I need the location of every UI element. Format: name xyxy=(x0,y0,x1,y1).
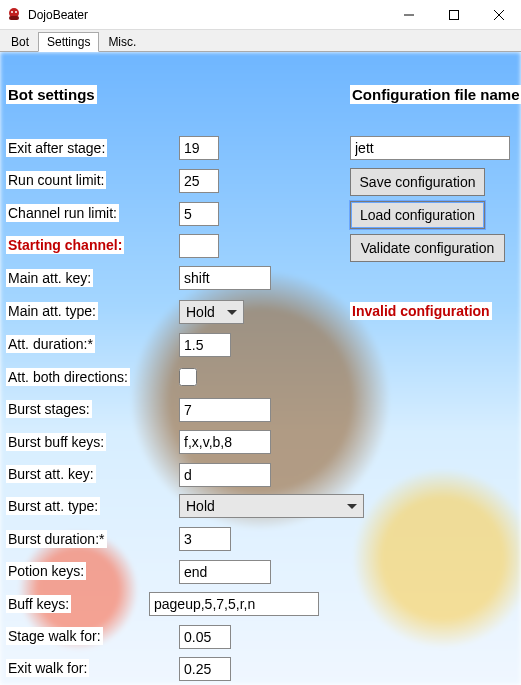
input-exit-walk-for[interactable] xyxy=(179,657,231,681)
label-stage-walk-for: Stage walk for: xyxy=(6,627,103,645)
select-main-att-type-value: Hold xyxy=(186,304,215,320)
validate-configuration-button[interactable]: Validate configuration xyxy=(350,234,505,262)
settings-panel: Bot settings Configuration file name Exi… xyxy=(0,52,521,685)
label-burst-att-type: Burst att. type: xyxy=(6,497,100,515)
status-message: Invalid configuration xyxy=(350,302,492,320)
label-potion-keys: Potion keys: xyxy=(6,562,86,580)
label-exit-after-stage: Exit after stage: xyxy=(6,139,107,157)
label-att-both-directions: Att. both directions: xyxy=(6,368,130,386)
input-att-duration[interactable] xyxy=(179,333,231,357)
load-configuration-button[interactable]: Load configuration xyxy=(350,201,485,229)
label-att-duration: Att. duration:* xyxy=(6,335,95,353)
input-potion-keys[interactable] xyxy=(179,560,271,584)
maximize-button[interactable] xyxy=(431,0,476,30)
svg-rect-1 xyxy=(9,16,19,20)
input-config-name[interactable] xyxy=(350,136,510,160)
input-main-att-key[interactable] xyxy=(179,266,271,290)
window-title: DojoBeater xyxy=(28,8,88,22)
label-main-att-type: Main att. type: xyxy=(6,302,98,320)
label-exit-walk-for: Exit walk for: xyxy=(6,659,89,677)
input-burst-buff-keys[interactable] xyxy=(179,430,271,454)
minimize-button[interactable] xyxy=(386,0,431,30)
label-channel-run-limit: Channel run limit: xyxy=(6,204,119,222)
input-burst-att-key[interactable] xyxy=(179,463,271,487)
tab-settings[interactable]: Settings xyxy=(38,32,99,52)
input-burst-duration[interactable] xyxy=(179,527,231,551)
label-burst-stages: Burst stages: xyxy=(6,400,92,418)
heading-bot-settings: Bot settings xyxy=(6,85,97,104)
titlebar: DojoBeater xyxy=(0,0,521,30)
input-burst-stages[interactable] xyxy=(179,398,271,422)
input-starting-channel[interactable] xyxy=(179,234,219,258)
label-buff-keys: Buff keys: xyxy=(6,595,71,613)
checkbox-att-both-directions[interactable] xyxy=(179,368,197,386)
select-burst-att-type[interactable]: Hold xyxy=(179,494,364,518)
select-main-att-type[interactable]: Hold xyxy=(179,300,244,324)
chevron-down-icon xyxy=(347,504,357,509)
label-burst-duration: Burst duration:* xyxy=(6,530,107,548)
save-configuration-button[interactable]: Save configuration xyxy=(350,168,485,196)
svg-point-3 xyxy=(15,11,17,13)
app-icon xyxy=(6,7,22,23)
label-burst-buff-keys: Burst buff keys: xyxy=(6,433,106,451)
input-channel-run-limit[interactable] xyxy=(179,202,219,226)
input-run-count-limit[interactable] xyxy=(179,169,219,193)
input-exit-after-stage[interactable] xyxy=(179,136,219,160)
tab-misc[interactable]: Misc. xyxy=(99,32,145,51)
label-starting-channel: Starting channel: xyxy=(6,236,124,254)
label-run-count-limit: Run count limit: xyxy=(6,171,106,189)
label-main-att-key: Main att. key: xyxy=(6,269,93,287)
tab-bot[interactable]: Bot xyxy=(2,32,38,51)
close-button[interactable] xyxy=(476,0,521,30)
svg-point-2 xyxy=(11,11,13,13)
input-stage-walk-for[interactable] xyxy=(179,625,231,649)
input-buff-keys[interactable] xyxy=(149,592,319,616)
select-burst-att-type-value: Hold xyxy=(186,498,215,514)
svg-rect-5 xyxy=(449,10,458,19)
chevron-down-icon xyxy=(227,310,237,315)
label-burst-att-key: Burst att. key: xyxy=(6,465,96,483)
tab-bar: Bot Settings Misc. xyxy=(0,30,521,52)
heading-config-file-name: Configuration file name xyxy=(350,85,521,104)
